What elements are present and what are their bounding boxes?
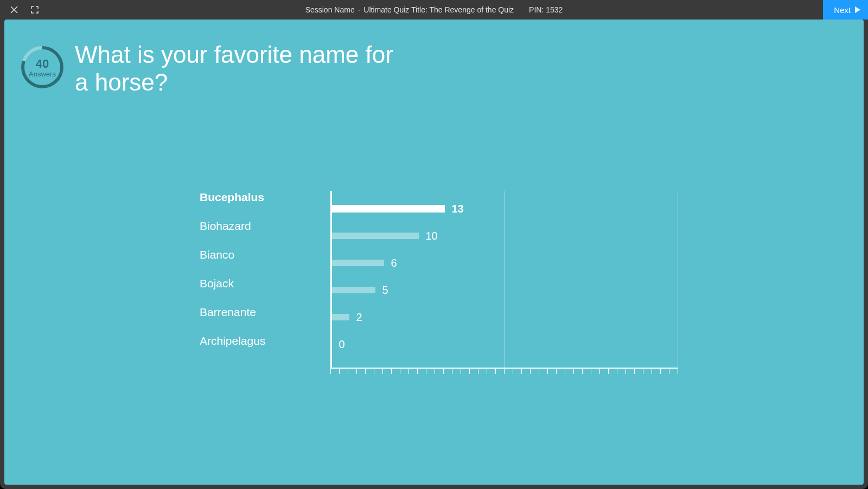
next-label: Next — [834, 5, 851, 15]
x-tick — [547, 369, 548, 374]
topbar-center: Session Name - Ultimate Quiz Title: The … — [305, 5, 563, 14]
chart-label: Archipelagus — [200, 334, 265, 348]
question-text: What is your favorite name for a horse? — [75, 41, 411, 96]
x-tick — [539, 369, 539, 374]
gridline — [678, 191, 678, 369]
x-tick — [495, 369, 496, 374]
expand-icon — [31, 6, 39, 14]
chart-label: Bianco — [200, 248, 234, 261]
counter-value: 40 — [36, 57, 49, 71]
gridline — [504, 191, 505, 369]
chart-category-labels: BucephalusBiohazardBiancoBojackBarrenant… — [200, 191, 330, 348]
quiz-title: Ultimate Quiz Title: The Revenge of the … — [363, 5, 514, 14]
play-icon — [855, 7, 860, 13]
x-tick — [330, 369, 331, 374]
x-tick — [391, 369, 392, 374]
x-tick — [634, 369, 635, 374]
x-tick — [660, 369, 661, 374]
chart-label: Bucephalus — [200, 191, 264, 204]
x-tick — [426, 369, 426, 374]
x-tick — [599, 369, 600, 374]
chart-bar — [332, 233, 419, 239]
x-tick — [504, 369, 505, 374]
x-tick — [478, 369, 478, 374]
x-tick — [339, 369, 340, 374]
chart-bar-value: 10 — [425, 230, 437, 242]
separator: - — [358, 5, 361, 14]
x-tick — [626, 369, 626, 374]
chart-label: Biohazard — [200, 220, 251, 233]
chart-bar — [332, 205, 445, 213]
x-tick — [643, 369, 643, 374]
x-tick — [521, 369, 522, 374]
next-button[interactable]: Next — [823, 0, 868, 20]
x-ticks — [330, 369, 678, 374]
x-tick — [608, 369, 609, 374]
x-tick — [435, 369, 435, 374]
chart-bar-row: 0 — [330, 331, 463, 358]
app-frame: Session Name - Ultimate Quiz Title: The … — [0, 0, 868, 489]
chart-bar — [332, 260, 384, 266]
chart-bar-value: 2 — [356, 311, 362, 324]
chart-bar-row: 13 — [330, 195, 463, 222]
x-tick — [513, 369, 513, 374]
x-tick — [591, 369, 591, 374]
chart-bar-row: 2 — [330, 304, 463, 331]
chart-bar-value: 5 — [382, 284, 388, 297]
chart-bar-value: 0 — [339, 338, 344, 351]
chart-label: Barrenante — [200, 306, 256, 319]
x-tick — [417, 369, 418, 374]
x-tick — [582, 369, 583, 374]
x-tick — [469, 369, 470, 374]
x-tick — [382, 369, 383, 374]
x-tick — [487, 369, 487, 374]
x-tick — [356, 369, 357, 374]
x-tick — [530, 369, 531, 374]
x-tick — [452, 369, 452, 374]
x-tick — [652, 369, 652, 374]
x-tick — [669, 369, 669, 374]
results-chart: BucephalusBiohazardBiancoBojackBarrenant… — [200, 191, 464, 375]
stage: 40 Answers What is your favorite name fo… — [4, 20, 864, 485]
chart-label: Bojack — [200, 277, 234, 290]
chart-bar-row: 10 — [330, 222, 463, 249]
x-tick — [374, 369, 374, 374]
counter-label: Answers — [29, 70, 56, 78]
x-tick — [617, 369, 617, 374]
x-tick — [409, 369, 409, 374]
session-info: Session Name - Ultimate Quiz Title: The … — [305, 5, 514, 14]
pin-label: PIN: 1532 — [529, 5, 563, 14]
close-icon — [10, 6, 18, 14]
topbar-left — [0, 4, 40, 15]
chart-bar — [332, 314, 349, 320]
answers-counter: 40 Answers — [21, 46, 64, 89]
chart-bar-row: 6 — [330, 249, 463, 276]
x-tick — [573, 369, 574, 374]
chart-bars: 13106520 — [330, 191, 463, 358]
fullscreen-button[interactable] — [29, 4, 40, 15]
chart-bar-row: 5 — [330, 276, 463, 304]
x-tick — [678, 369, 678, 374]
session-label: Session Name — [305, 5, 355, 14]
x-tick — [565, 369, 565, 374]
x-tick — [461, 369, 461, 374]
x-tick — [400, 369, 400, 374]
chart-bar-value: 13 — [451, 203, 463, 215]
x-tick — [365, 369, 366, 374]
chart-bar-value: 6 — [391, 257, 397, 269]
x-tick — [443, 369, 444, 374]
topbar: Session Name - Ultimate Quiz Title: The … — [0, 0, 868, 20]
chart-bar — [332, 287, 375, 293]
x-tick — [348, 369, 348, 374]
close-button[interactable] — [9, 4, 20, 15]
chart-plot-area: 13106520 — [330, 191, 463, 375]
x-tick — [556, 369, 557, 374]
